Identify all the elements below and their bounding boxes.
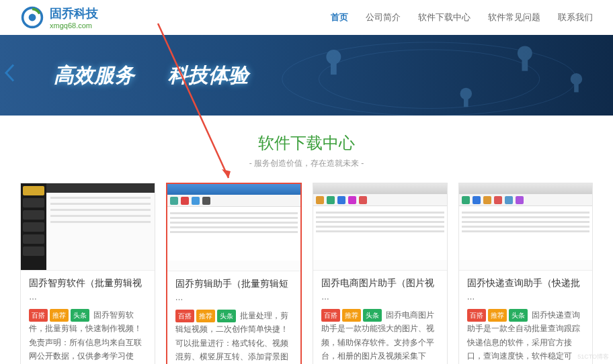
card-thumbnail bbox=[313, 183, 447, 271]
software-cards: 固乔智剪软件（批量剪辑视 … 百搭 推荐 头条 固乔智剪软件，批量剪辑，快速制作… bbox=[0, 169, 613, 364]
tag-recommend: 推荐 bbox=[488, 309, 507, 322]
nav-home[interactable]: 首页 bbox=[331, 11, 348, 24]
tag-headline: 头条 bbox=[217, 310, 236, 322]
svg-rect-9 bbox=[464, 98, 468, 107]
software-card[interactable]: 固乔智剪软件（批量剪辑视 … 百搭 推荐 头条 固乔智剪软件，批量剪辑，快速制作… bbox=[20, 183, 155, 364]
hero-text-2: 科技体验 bbox=[168, 62, 249, 89]
svg-rect-11 bbox=[574, 83, 579, 92]
carousel-prev-button[interactable] bbox=[3, 63, 15, 88]
card-title: 固乔电商图片助手（图片视 bbox=[321, 277, 439, 289]
section-heading: 软件下载中心 bbox=[0, 132, 613, 154]
svg-rect-5 bbox=[331, 63, 337, 75]
watermark-text: 51CTO博客 bbox=[577, 353, 609, 361]
svg-rect-7 bbox=[522, 59, 528, 71]
software-card[interactable]: 固乔电商图片助手（图片视 … 百搭 推荐 头条 固乔电商图片助手是一款功能强大的… bbox=[313, 183, 448, 364]
tag-featured: 百搭 bbox=[29, 309, 48, 322]
tag-featured: 百搭 bbox=[467, 309, 486, 322]
svg-point-3 bbox=[319, 50, 539, 109]
card-ellipsis: … bbox=[175, 293, 293, 302]
card-title: 固乔智剪软件（批量剪辑视 bbox=[29, 277, 147, 289]
nav-about[interactable]: 公司简介 bbox=[366, 11, 401, 24]
main-nav: 首页 公司简介 软件下载中心 软件常见问题 联系我们 bbox=[331, 11, 593, 24]
svg-point-2 bbox=[282, 42, 577, 116]
nav-contact[interactable]: 联系我们 bbox=[558, 11, 593, 24]
svg-point-8 bbox=[460, 88, 472, 100]
logo-block[interactable]: 固乔科技 xmgq68.com bbox=[20, 5, 98, 30]
world-map-decoration bbox=[245, 35, 613, 116]
card-thumbnail bbox=[21, 183, 155, 271]
card-ellipsis: … bbox=[29, 292, 147, 302]
nav-faq[interactable]: 软件常见问题 bbox=[488, 11, 540, 24]
brand-logo-icon bbox=[20, 5, 44, 30]
card-thumbnail bbox=[459, 183, 593, 271]
svg-point-4 bbox=[326, 50, 341, 64]
card-title: 固乔快递查询助手（快递批 bbox=[467, 277, 585, 289]
brand-name: 固乔科技 bbox=[50, 5, 98, 21]
software-card[interactable]: 固乔快递查询助手（快递批 … 百搭 推荐 头条 固乔快递查询助手是一款全自动批量… bbox=[458, 183, 594, 364]
svg-point-1 bbox=[29, 14, 36, 21]
card-ellipsis: … bbox=[321, 292, 439, 302]
card-thumbnail bbox=[167, 184, 301, 271]
tag-headline: 头条 bbox=[71, 309, 89, 322]
svg-point-6 bbox=[518, 46, 532, 60]
tag-featured: 百搭 bbox=[321, 309, 340, 322]
tag-featured: 百搭 bbox=[175, 310, 194, 322]
card-ellipsis: … bbox=[467, 292, 585, 302]
tag-headline: 头条 bbox=[363, 309, 382, 322]
section-subtitle: - 服务创造价值，存在造就未来 - bbox=[0, 158, 613, 169]
tag-headline: 头条 bbox=[509, 309, 528, 322]
nav-download[interactable]: 软件下载中心 bbox=[418, 11, 471, 24]
hero-banner: 高效服务 科技体验 bbox=[0, 35, 613, 116]
hero-text-1: 高效服务 bbox=[54, 62, 134, 89]
tag-recommend: 推荐 bbox=[50, 309, 69, 322]
brand-domain: xmgq68.com bbox=[50, 21, 98, 30]
software-card[interactable]: 固乔剪辑助手（批量剪辑短 … 百搭 推荐 头条 批量处理，剪辑短视频，二次创作简… bbox=[166, 183, 302, 364]
tag-recommend: 推荐 bbox=[342, 309, 361, 322]
tag-recommend: 推荐 bbox=[196, 310, 215, 322]
card-title: 固乔剪辑助手（批量剪辑短 bbox=[175, 278, 293, 290]
svg-point-10 bbox=[571, 73, 583, 85]
